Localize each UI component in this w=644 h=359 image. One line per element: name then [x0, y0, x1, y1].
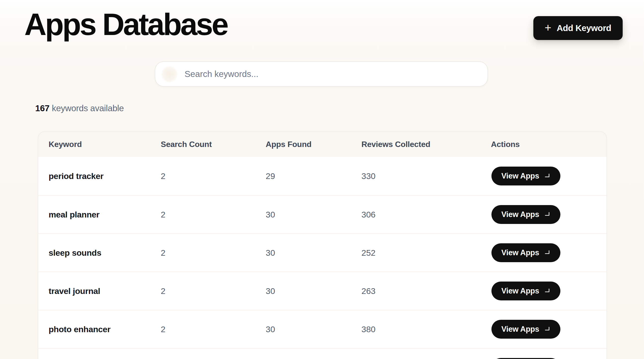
search-input[interactable] — [155, 62, 488, 86]
view-apps-button[interactable]: View Apps — [492, 358, 560, 359]
table-row: View Apps — [38, 348, 606, 359]
page-title: Apps Database — [24, 8, 227, 41]
table-row: meal planner 2 30 306 View Apps — [38, 195, 606, 233]
reviews-collected-cell: 263 — [362, 286, 491, 296]
plus-icon: + — [545, 22, 551, 33]
column-header-apps-found: Apps Found — [266, 140, 362, 149]
return-icon — [544, 249, 550, 256]
return-icon — [544, 287, 550, 294]
search-count-cell: 2 — [161, 210, 266, 219]
reviews-collected-cell: 252 — [362, 248, 491, 258]
actions-cell: View Apps — [491, 281, 606, 300]
apps-found-cell: 30 — [266, 248, 362, 258]
return-icon — [544, 326, 550, 333]
view-apps-label: View Apps — [501, 325, 539, 334]
apps-found-cell: 30 — [266, 324, 362, 334]
search-count-cell: 2 — [161, 171, 266, 181]
column-header-keyword: Keyword — [48, 140, 161, 149]
keywords-table-card: Keyword Search Count Apps Found Reviews … — [38, 131, 607, 359]
keyword-cell: meal planner — [48, 210, 161, 219]
keywords-count-label: keywords available — [52, 103, 124, 113]
search-count-cell: 2 — [161, 286, 266, 296]
actions-cell: View Apps — [491, 243, 606, 262]
apps-found-cell: 30 — [266, 286, 362, 296]
view-apps-button[interactable]: View Apps — [492, 243, 560, 262]
view-apps-label: View Apps — [501, 172, 539, 180]
keywords-count-summary: 167 keywords available — [35, 103, 124, 113]
actions-cell: View Apps — [491, 320, 606, 339]
table-body: period tracker 2 29 330 View Apps meal p… — [38, 157, 606, 359]
actions-cell: View Apps — [491, 167, 606, 185]
table-row: travel journal 2 30 263 View Apps — [38, 272, 606, 310]
keyword-cell: sleep sounds — [48, 248, 161, 258]
column-header-reviews-collected: Reviews Collected — [362, 140, 491, 149]
apps-found-cell: 29 — [266, 171, 362, 181]
keyword-cell: photo enhancer — [48, 324, 161, 334]
reviews-collected-cell: 380 — [362, 324, 491, 334]
return-icon — [544, 211, 550, 218]
add-keyword-label: Add Keyword — [557, 23, 611, 33]
table-row: photo enhancer 2 30 380 View Apps — [38, 310, 606, 348]
view-apps-button[interactable]: View Apps — [492, 281, 560, 300]
view-apps-button[interactable]: View Apps — [492, 167, 560, 185]
search-count-cell: 2 — [161, 324, 266, 334]
return-icon — [544, 173, 550, 180]
table-header-row: Keyword Search Count Apps Found Reviews … — [38, 132, 606, 157]
view-apps-label: View Apps — [501, 248, 539, 257]
keyword-cell: period tracker — [48, 171, 161, 181]
apps-database-page: Apps Database + Add Keyword 167 keywords… — [0, 0, 644, 359]
search-box — [155, 61, 488, 87]
actions-cell: View Apps — [491, 358, 606, 359]
keyword-cell: travel journal — [48, 286, 161, 296]
search-icon — [161, 66, 178, 82]
table-row: period tracker 2 29 330 View Apps — [38, 157, 606, 195]
table-row: sleep sounds 2 30 252 View Apps — [38, 233, 606, 272]
add-keyword-button[interactable]: + Add Keyword — [533, 16, 623, 40]
search-count-cell: 2 — [161, 248, 266, 258]
apps-found-cell: 30 — [266, 210, 362, 219]
view-apps-label: View Apps — [501, 210, 539, 219]
view-apps-button[interactable]: View Apps — [492, 205, 560, 224]
view-apps-label: View Apps — [501, 286, 539, 295]
column-header-search-count: Search Count — [161, 140, 266, 149]
view-apps-button[interactable]: View Apps — [492, 320, 560, 339]
reviews-collected-cell: 330 — [362, 171, 491, 181]
actions-cell: View Apps — [491, 205, 606, 224]
reviews-collected-cell: 306 — [362, 210, 491, 219]
keywords-count: 167 — [35, 103, 50, 113]
column-header-actions: Actions — [491, 140, 606, 149]
